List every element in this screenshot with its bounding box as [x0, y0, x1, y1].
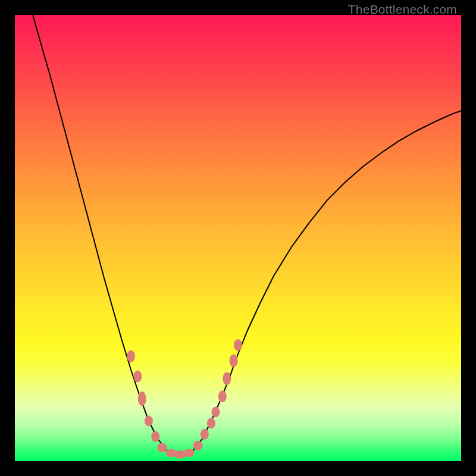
data-marker: [230, 354, 238, 367]
data-marker: [145, 416, 153, 427]
data-marker: [212, 407, 220, 418]
data-marker: [223, 372, 231, 385]
data-marker: [138, 392, 146, 406]
data-marker: [158, 443, 167, 453]
chart-frame: [15, 15, 461, 461]
data-marker: [234, 339, 242, 351]
data-marker: [218, 390, 227, 402]
watermark-text: TheBottleneck.com: [348, 2, 457, 17]
data-marker: [207, 418, 215, 428]
data-marker: [151, 431, 159, 442]
data-markers: [127, 339, 242, 459]
chart-svg: [15, 15, 461, 461]
bottleneck-curve: [33, 15, 461, 455]
data-marker: [201, 429, 209, 440]
data-marker: [184, 449, 195, 458]
data-marker: [133, 371, 142, 383]
data-marker: [127, 350, 135, 362]
data-marker: [193, 441, 203, 450]
